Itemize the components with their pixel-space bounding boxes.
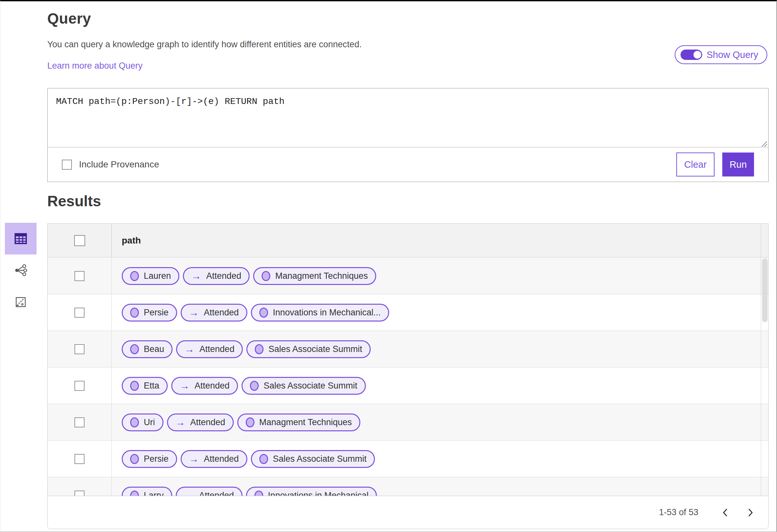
- table-row: Lauren → Attended Managment Techniques: [47, 258, 768, 294]
- scrollbar-track-divider: [761, 224, 761, 496]
- entity-pill-target[interactable]: Managment Techniques: [237, 414, 360, 431]
- page-title: Query: [47, 10, 91, 27]
- table-view-button[interactable]: [5, 223, 36, 254]
- arrow-right-icon: →: [185, 344, 195, 354]
- entity-pill-target[interactable]: Sales Associate Summit: [251, 450, 375, 468]
- pagination-range-label: 1-53 of 53: [659, 507, 698, 517]
- graph-view-button[interactable]: [5, 254, 36, 286]
- table-row: Uri → Attended Managment Techniques: [47, 404, 768, 441]
- entity-node-icon: [130, 271, 139, 281]
- scrollbar-thumb[interactable]: [762, 258, 768, 322]
- row-checkbox[interactable]: [75, 417, 85, 427]
- results-view-switcher: [5, 223, 36, 318]
- row-checkbox-cell: [47, 331, 112, 367]
- table-row: Persie → Attended Sales Associate Summit: [47, 441, 768, 477]
- entity-node-icon: [246, 417, 254, 427]
- entity-node-icon: [254, 491, 263, 496]
- query-editor-footer: Include Provenance Clear Run: [47, 147, 768, 182]
- chart-view-icon: [14, 295, 28, 309]
- path-cell: Larry → Attended Innovations in Mechanic…: [112, 477, 768, 496]
- entity-pill-target[interactable]: Innovations in Mechanical: [246, 487, 377, 496]
- table-row: Larry → Attended Innovations in Mechanic…: [47, 477, 768, 496]
- learn-more-link[interactable]: Learn more about Query: [47, 61, 142, 71]
- run-button[interactable]: Run: [722, 152, 754, 177]
- table-row: Etta → Attended Sales Associate Summit: [47, 367, 768, 404]
- relation-pill[interactable]: → Attended: [181, 450, 247, 468]
- arrow-right-icon: →: [189, 454, 199, 464]
- entity-pill-source[interactable]: Uri: [122, 414, 163, 431]
- chevron-left-icon: [720, 508, 730, 517]
- toggle-switch-icon[interactable]: [680, 49, 702, 60]
- query-input[interactable]: MATCH path=(p:Person)-[r]->(e) RETURN pa…: [47, 88, 768, 147]
- results-table-panel: path Lauren → Attended Managment Techniq…: [47, 223, 769, 529]
- include-provenance-checkbox[interactable]: [62, 159, 72, 170]
- entity-node-icon: [259, 308, 268, 318]
- entity-pill-source[interactable]: Beau: [122, 340, 173, 358]
- relation-pill[interactable]: → Attended: [176, 340, 243, 358]
- show-query-label: Show Query: [706, 49, 758, 60]
- previous-page-button[interactable]: [717, 505, 733, 521]
- entity-pill-source[interactable]: Larry: [122, 487, 172, 496]
- row-checkbox[interactable]: [75, 344, 85, 354]
- column-header-path: path: [112, 235, 141, 246]
- chevron-right-icon: [746, 508, 755, 517]
- next-page-button[interactable]: [742, 505, 759, 521]
- relation-pill[interactable]: → Attended: [167, 414, 234, 431]
- table-row: Persie → Attended Innovations in Mechani…: [47, 294, 768, 331]
- graph-view-icon: [14, 263, 28, 278]
- row-checkbox[interactable]: [75, 454, 85, 464]
- include-provenance-label: Include Provenance: [79, 159, 159, 170]
- arrow-right-icon: →: [184, 491, 194, 496]
- show-query-toggle[interactable]: Show Query: [675, 45, 767, 64]
- relation-pill[interactable]: → Attended: [183, 267, 250, 285]
- entity-pill-target[interactable]: Sales Associate Summit: [241, 377, 366, 395]
- relation-pill[interactable]: → Attended: [181, 304, 247, 322]
- toggle-knob: [692, 50, 702, 60]
- table-view-icon: [14, 231, 28, 246]
- chart-view-button[interactable]: [5, 286, 36, 318]
- path-cell: Lauren → Attended Managment Techniques: [112, 258, 768, 294]
- row-checkbox-cell: [47, 441, 112, 477]
- arrow-right-icon: →: [180, 381, 190, 391]
- relation-pill[interactable]: → Attended: [171, 377, 238, 395]
- select-all-checkbox[interactable]: [74, 235, 85, 246]
- resize-handle-icon[interactable]: [759, 139, 768, 147]
- table-body: Lauren → Attended Managment Techniques P…: [47, 258, 768, 496]
- relation-pill[interactable]: → Attended: [176, 487, 242, 496]
- entity-pill-source[interactable]: Lauren: [122, 267, 179, 285]
- path-cell: Uri → Attended Managment Techniques: [112, 404, 768, 440]
- arrow-right-icon: →: [191, 271, 201, 281]
- entity-pill-source[interactable]: Persie: [122, 304, 177, 322]
- entity-node-icon: [259, 454, 268, 464]
- row-checkbox[interactable]: [75, 308, 85, 318]
- entity-pill-target[interactable]: Managment Techniques: [253, 267, 376, 285]
- table-row: Beau → Attended Sales Associate Summit: [47, 331, 768, 367]
- entity-node-icon: [255, 344, 263, 354]
- entity-node-icon: [130, 308, 139, 318]
- query-editor-panel: MATCH path=(p:Person)-[r]->(e) RETURN pa…: [47, 88, 769, 182]
- row-checkbox[interactable]: [75, 271, 85, 281]
- row-checkbox[interactable]: [75, 491, 85, 496]
- entity-pill-target[interactable]: Innovations in Mechanical...: [251, 304, 389, 322]
- row-checkbox[interactable]: [75, 381, 85, 391]
- clear-button[interactable]: Clear: [676, 152, 714, 177]
- header-checkbox-cell: [47, 224, 112, 257]
- path-cell: Beau → Attended Sales Associate Summit: [112, 331, 768, 367]
- row-checkbox-cell: [47, 294, 112, 331]
- table-header-row: path: [47, 224, 768, 257]
- path-cell: Etta → Attended Sales Associate Summit: [112, 367, 768, 404]
- entity-pill-source[interactable]: Persie: [122, 450, 177, 468]
- path-cell: Persie → Attended Sales Associate Summit: [112, 441, 768, 477]
- query-description: You can query a knowledge graph to ident…: [47, 39, 362, 49]
- pagination-bar: 1-53 of 53: [47, 496, 768, 529]
- results-title: Results: [47, 192, 101, 210]
- entity-node-icon: [130, 491, 139, 496]
- entity-node-icon: [130, 417, 139, 427]
- row-checkbox-cell: [47, 258, 112, 294]
- arrow-right-icon: →: [176, 417, 186, 427]
- entity-pill-source[interactable]: Etta: [122, 377, 168, 395]
- path-cell: Persie → Attended Innovations in Mechani…: [112, 294, 768, 331]
- row-checkbox-cell: [47, 404, 112, 440]
- entity-node-icon: [261, 271, 270, 281]
- entity-pill-target[interactable]: Sales Associate Summit: [246, 340, 371, 358]
